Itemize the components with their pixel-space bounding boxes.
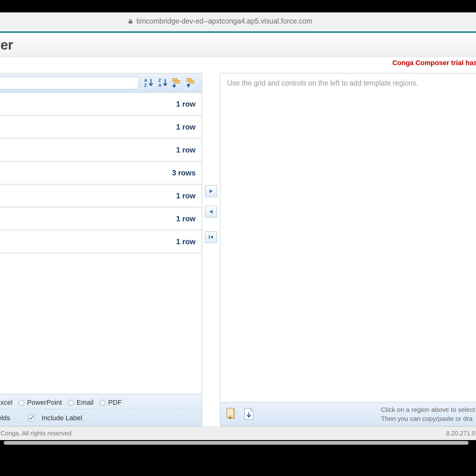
- region-count: 3 rows: [172, 169, 196, 177]
- right-footer: Click on a region above to select Then y…: [220, 402, 476, 426]
- lock-icon: [128, 19, 133, 24]
- svg-rect-7: [189, 80, 194, 83]
- format-pdf-option[interactable]: PDF: [98, 399, 122, 407]
- svg-rect-8: [209, 235, 210, 239]
- svg-text:Z: Z: [144, 83, 147, 88]
- region-count: 1 row: [176, 192, 196, 200]
- left-toolbar: A Z Z A: [0, 73, 202, 93]
- merge-fields-option[interactable]: d Merge Fields: [0, 414, 10, 422]
- move-first-button[interactable]: [205, 231, 217, 243]
- include-label-text: Include Label: [42, 414, 82, 422]
- region-row[interactable]: 1 row: [0, 93, 202, 116]
- format-excel-option[interactable]: Excel: [0, 399, 12, 407]
- svg-text:A: A: [144, 78, 147, 83]
- move-left-button[interactable]: [205, 206, 217, 218]
- horizontal-scrollbar-thumb[interactable]: [4, 441, 469, 445]
- region-row[interactable]: 1 row: [0, 116, 202, 139]
- region-row[interactable]: 1 row: [0, 184, 202, 207]
- download-template-button[interactable]: [243, 407, 256, 422]
- region-list: 1 row 1 row t 1 row 3 rows: [0, 93, 202, 394]
- region-count: 1 row: [176, 214, 196, 223]
- version-text: 8.20.271.0: [446, 430, 475, 437]
- region-row[interactable]: 1 row: [0, 207, 202, 230]
- move-right-button[interactable]: [205, 185, 217, 197]
- region-count: 1 row: [176, 123, 196, 131]
- svg-text:A: A: [158, 83, 161, 88]
- format-email-option[interactable]: Email: [66, 399, 94, 407]
- region-count: 1 row: [176, 100, 196, 108]
- expand-all-button[interactable]: [170, 76, 184, 90]
- region-row[interactable]: 3 rows: [0, 161, 202, 184]
- region-hint: Click on a region above to select Then y…: [381, 405, 475, 423]
- svg-rect-5: [175, 80, 180, 83]
- format-powerpoint-option[interactable]: PowerPoint: [17, 399, 62, 407]
- app-window: timcombridge-dev-ed--apxtconga4.ap5.visu…: [0, 12, 476, 440]
- region-row[interactable]: 1 row: [0, 230, 202, 253]
- sort-asc-button[interactable]: A Z: [142, 76, 156, 90]
- placeholder-text: Use the grid and controls on the left to…: [227, 79, 418, 87]
- sort-desc-button[interactable]: Z A: [156, 76, 170, 90]
- page-title-bar: Builder: [0, 33, 476, 57]
- search-input[interactable]: [0, 77, 139, 89]
- transfer-controls: [202, 73, 220, 426]
- region-row[interactable]: t 1 row: [0, 139, 202, 161]
- footer-bar: es, Inc - dba Conga. All rights reserved…: [0, 426, 476, 440]
- right-panel: Use the grid and controls on the left to…: [220, 73, 476, 426]
- page-title: Builder: [0, 37, 13, 53]
- browser-address-bar: timcombridge-dev-ed--apxtconga4.ap5.visu…: [0, 12, 476, 30]
- copyright-text: es, Inc - dba Conga. All rights reserved…: [0, 430, 73, 437]
- address-text: timcombridge-dev-ed--apxtconga4.ap5.visu…: [136, 17, 312, 25]
- collapse-all-button[interactable]: [184, 76, 199, 90]
- left-panel: A Z Z A: [0, 73, 202, 426]
- output-options: rd Excel PowerPoint Email PDF d Merge Fi…: [0, 394, 202, 426]
- region-count: 1 row: [176, 237, 196, 246]
- template-region-area[interactable]: Use the grid and controls on the left to…: [220, 73, 476, 402]
- trial-warning: Conga Composer trial has: [392, 59, 476, 67]
- svg-text:Z: Z: [158, 78, 161, 83]
- copy-template-button[interactable]: [225, 407, 238, 422]
- include-label-checkbox[interactable]: [28, 415, 34, 421]
- region-count: 1 row: [176, 146, 196, 154]
- warning-strip: Conga Composer trial has: [0, 57, 476, 69]
